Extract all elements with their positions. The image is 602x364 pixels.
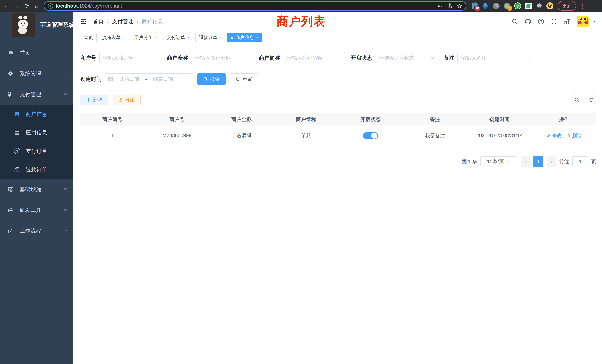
tab-process-form[interactable]: 流程表单× [99, 33, 129, 43]
github-icon[interactable] [524, 18, 531, 25]
avatar-caret-icon[interactable]: ▾ [593, 19, 595, 24]
extension-emoji-icon[interactable] [546, 2, 553, 10]
header-search-icon[interactable] [511, 18, 518, 25]
close-icon[interactable]: × [256, 35, 258, 40]
bookmark-star-icon[interactable] [456, 3, 462, 9]
tab-refund-order[interactable]: 退款订单× [195, 33, 226, 43]
add-button[interactable]: 新增 [80, 95, 108, 105]
date-range-picker[interactable]: - [105, 73, 193, 85]
pay-submenu: 商户信息 应用信息 ¥ 支付订单 退款订单 [0, 105, 73, 179]
extensions-puzzle-icon[interactable] [536, 2, 543, 10]
sidebar-item-dev-tools[interactable]: 研发工具 [0, 200, 73, 221]
chevron-down-icon [430, 56, 435, 61]
cell-actions: 修改 删除 [532, 132, 596, 139]
monitor-icon [8, 186, 20, 192]
page-annotation: 商户列表 [277, 13, 325, 30]
browser-menu-icon[interactable]: ⋮ [580, 3, 585, 9]
cell-short-name: 芋艿 [274, 132, 338, 139]
help-icon[interactable] [538, 18, 544, 25]
merchant-no-label: 商户号 [80, 54, 96, 62]
sidebar-item-home[interactable]: 首页 [0, 43, 73, 63]
column-header: 操作 [532, 116, 596, 123]
share-icon[interactable] [447, 3, 452, 9]
extension-dot-icon[interactable]: 1 [503, 2, 510, 10]
edit-link[interactable]: 修改 [546, 132, 562, 139]
extensions-row: 10 ⌘ 1 y [471, 2, 553, 10]
short-name-label: 商户简称 [259, 54, 280, 62]
close-icon[interactable]: × [123, 35, 125, 40]
page-unit-label: 页 [591, 158, 596, 165]
breadcrumb-home[interactable]: 首页 [93, 18, 104, 25]
status-toggle[interactable] [363, 132, 378, 139]
prev-page-button[interactable]: ‹ [521, 156, 530, 167]
extension-chat-icon[interactable] [525, 2, 532, 10]
chevron-down-icon [506, 159, 511, 165]
close-icon[interactable]: × [187, 35, 190, 40]
sidebar-logo[interactable]: 芋道管理系统 [0, 15, 73, 35]
sidebar-collapse-icon[interactable] [80, 18, 87, 25]
logo-image [12, 13, 35, 36]
status-select-input[interactable] [375, 52, 438, 64]
browser-update-button[interactable]: 更新 [558, 1, 576, 11]
tab-pay-order[interactable]: 支付订单× [163, 33, 193, 43]
extension-grid-icon[interactable]: 10 [471, 2, 478, 10]
avatar[interactable] [577, 16, 589, 27]
tab-user-group[interactable]: 用户分组× [131, 33, 161, 43]
sidebar-item-system[interactable]: 系统管理 [0, 63, 73, 84]
sidebar-item-merchant-info[interactable]: 商户信息 [0, 105, 73, 123]
sidebar-item-refund-order[interactable]: 退款订单 [0, 161, 73, 179]
url-text[interactable]: localhost:1024/pay/merchant [56, 3, 435, 9]
table-header-row: 商户编号 商户号 商户全称 商户简称 开启状态 备注 创建时间 操作 [80, 113, 596, 125]
cell-create-time: 2021-10-23 08:31:14 [467, 133, 532, 139]
font-size-icon[interactable] [564, 18, 571, 25]
site-info-icon[interactable]: i [48, 3, 53, 9]
goto-page-input[interactable] [572, 156, 588, 167]
sidebar-item-pay[interactable]: ¥ 支付管理 [0, 84, 73, 105]
sidebar-item-app-info[interactable]: 应用信息 [0, 123, 73, 142]
column-header: 商户全称 [209, 116, 274, 123]
forward-icon[interactable]: → [13, 2, 21, 10]
end-date-input[interactable] [149, 76, 177, 82]
extension-pin-icon[interactable] [482, 2, 489, 10]
page-number-active[interactable]: 1 [533, 156, 543, 167]
sidebar-item-workflow[interactable]: 工作流程 [0, 221, 73, 241]
delete-link[interactable]: 删除 [566, 132, 582, 139]
status-select[interactable] [375, 52, 438, 64]
briefcase-icon [8, 228, 20, 234]
close-icon[interactable]: × [155, 35, 158, 40]
extension-badge: 1 [507, 6, 512, 11]
goto-label: 前往 [559, 158, 569, 165]
merchant-table: 商户编号 商户号 商户全称 商户简称 开启状态 备注 创建时间 操作 1 M23… [80, 113, 596, 146]
tab-merchant-info[interactable]: 商户信息× [227, 33, 262, 43]
extension-badge: 10 [475, 6, 480, 11]
start-date-input[interactable] [115, 76, 143, 82]
tab-home[interactable]: 首页 [80, 33, 97, 43]
sidebar-item-infra[interactable]: 基础设施 [0, 179, 73, 200]
status-label: 开启状态 [351, 54, 372, 62]
full-name-input[interactable] [191, 52, 253, 64]
search-button[interactable]: 搜索 [197, 73, 226, 85]
extension-command-icon[interactable]: ⌘ [493, 2, 500, 10]
breadcrumb-pay[interactable]: 支付管理 [112, 18, 133, 25]
merchant-no-input[interactable] [99, 52, 161, 64]
yen-icon: ¥ [8, 91, 20, 98]
reload-icon[interactable]: ⟳ [23, 2, 31, 10]
password-key-icon[interactable] [437, 3, 443, 9]
cell-status [338, 132, 403, 139]
extension-y-icon[interactable]: y [514, 2, 521, 10]
close-icon[interactable]: × [220, 35, 222, 40]
refresh-button[interactable] [586, 95, 596, 105]
toggle-search-button[interactable] [572, 95, 582, 105]
fullscreen-icon[interactable] [551, 18, 557, 25]
back-icon[interactable]: ← [3, 2, 11, 10]
next-page-button[interactable]: › [547, 156, 556, 167]
address-bar[interactable]: i localhost:1024/pay/merchant [44, 1, 466, 11]
page-size-select[interactable]: 10条/页 [480, 156, 517, 167]
create-time-label: 创建时间 [80, 75, 102, 83]
export-button[interactable]: 导出 [112, 95, 141, 105]
home-icon[interactable]: ⌂ [33, 2, 41, 10]
reset-button[interactable]: 重置 [230, 73, 258, 85]
sidebar-item-pay-order[interactable]: ¥ 支付订单 [0, 142, 73, 161]
remark-input[interactable] [457, 52, 529, 64]
short-name-input[interactable] [283, 52, 345, 64]
